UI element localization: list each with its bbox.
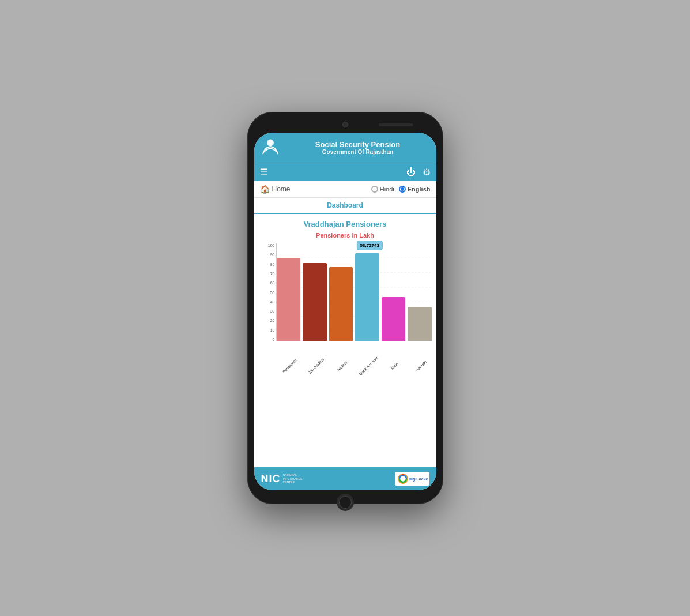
english-radio[interactable] <box>399 186 406 193</box>
home-button[interactable] <box>337 494 354 511</box>
y-axis: 0 10 20 30 40 50 60 70 80 90 100 <box>259 243 276 341</box>
english-label: English <box>408 186 431 193</box>
nav-bar: 🏠 Home Hindi English <box>254 181 436 198</box>
phone-speaker <box>379 123 413 126</box>
nic-logo: NIC NATIONAL INFORMATICS CENTRE <box>261 473 303 485</box>
bar-label-pensioner: Pensioner <box>276 352 303 380</box>
app-title-block: Social Security Pension Government Of Ra… <box>285 140 431 155</box>
bar-chart: 0 10 20 30 40 50 60 70 80 90 100 <box>259 243 432 370</box>
content-area: Dashboard Vraddhajan Pensioners Pensione… <box>254 198 436 467</box>
menu-icon[interactable]: ☰ <box>260 167 268 178</box>
phone-bottom-bar <box>254 494 436 511</box>
app-footer: NIC NATIONAL INFORMATICS CENTRE DigiLock… <box>254 467 436 490</box>
bars-area: Pensioner Jan-Aadhar Aadhar <box>276 243 432 341</box>
svg-text:DigiLocker: DigiLocker <box>409 477 428 482</box>
bar-pensioner: Pensioner <box>277 243 301 341</box>
app-subtitle: Government Of Rajasthan <box>285 149 431 155</box>
home-label: Home <box>272 185 291 193</box>
bar-label-female: Female <box>408 352 435 380</box>
bar-aadhar: Aadhar <box>329 243 353 341</box>
home-button-inner <box>339 496 352 509</box>
app-header: Social Security Pension Government Of Ra… <box>254 133 436 163</box>
digilocker-logo: DigiLocker <box>395 472 429 486</box>
app-logo <box>260 137 281 158</box>
hindi-radio[interactable] <box>371 186 378 193</box>
home-icon: 🏠 <box>260 185 270 194</box>
nic-text: NIC <box>261 473 281 485</box>
home-link[interactable]: 🏠 Home <box>260 185 291 194</box>
language-selector: Hindi English <box>371 186 431 193</box>
bar-label-male: Male <box>381 352 408 380</box>
bar-label-jan-aadhar: Jan-Aadhar <box>303 352 330 380</box>
chart-subtitle: Pensioners In Lakh <box>259 232 432 239</box>
svg-point-1 <box>267 140 273 145</box>
bar-male: Male <box>382 243 406 341</box>
bar-jan-aadhar-fill <box>303 263 327 341</box>
bar-female-fill <box>408 307 432 341</box>
phone-screen: Social Security Pension Government Of Ra… <box>254 133 436 490</box>
phone-notch <box>254 119 436 130</box>
chart-section: Vraddhajan Pensioners Pensioners In Lakh… <box>254 214 436 376</box>
bar-jan-aadhar: Jan-Aadhar <box>303 243 327 341</box>
toolbar: ☰ ⏻ ⚙ <box>254 163 436 181</box>
app-title: Social Security Pension <box>285 140 431 149</box>
bar-female: Female <box>408 243 432 341</box>
svg-point-9 <box>402 474 404 476</box>
hindi-label: Hindi <box>380 186 394 193</box>
power-icon[interactable]: ⏻ <box>406 167 416 178</box>
nic-description: NATIONAL INFORMATICS CENTRE <box>283 473 303 484</box>
bar-bank-account-fill: 56,72743 <box>355 253 379 341</box>
bar-aadhar-fill <box>329 267 353 341</box>
chart-tooltip: 56,72743 <box>357 241 383 250</box>
bar-label-bank-account: Bank Account <box>355 352 382 380</box>
bar-label-aadhar: Aadhar <box>329 352 356 380</box>
bar-pensioner-fill <box>277 258 301 341</box>
chart-title-main: Vraddhajan Pensioners <box>259 220 432 228</box>
lang-hindi-option[interactable]: Hindi <box>371 186 394 193</box>
settings-icon[interactable]: ⚙ <box>423 167 431 178</box>
bar-male-fill <box>382 297 406 341</box>
dashboard-tab[interactable]: Dashboard <box>254 198 436 214</box>
camera-icon <box>342 122 348 127</box>
phone-frame: Social Security Pension Government Of Ra… <box>247 112 443 504</box>
lang-english-option[interactable]: English <box>399 186 431 193</box>
bar-bank-account: 56,72743 Bank Account <box>355 243 379 341</box>
